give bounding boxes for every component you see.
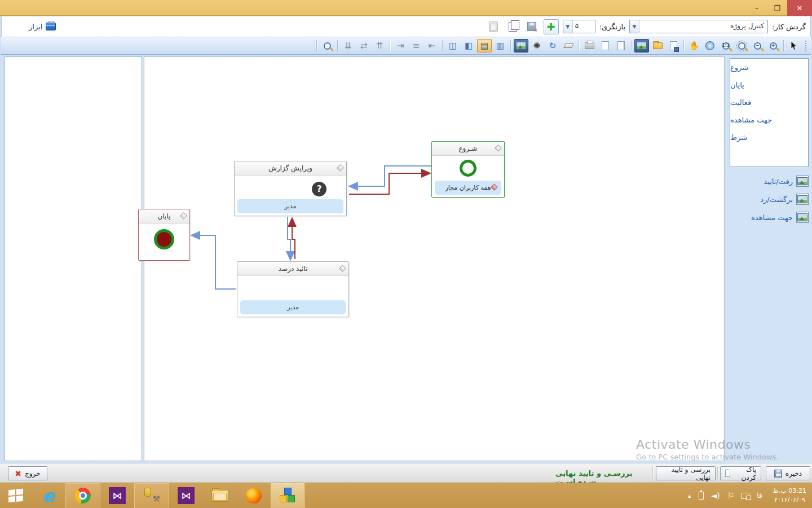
layout-horizontal-selected-icon[interactable]: ▤ xyxy=(477,39,492,52)
node-edit-report[interactable]: ویرایش گزارش ? مدیر xyxy=(234,161,347,216)
magnifier-icon xyxy=(324,42,331,50)
clipboard-icon xyxy=(489,21,498,32)
zoom-region-icon[interactable] xyxy=(734,39,749,52)
role-diamond-icon[interactable] xyxy=(491,183,498,191)
palette-item-go-confirm[interactable]: رفت/تایید xyxy=(726,172,812,190)
palette-item-end[interactable]: پایان xyxy=(730,76,808,94)
exit-button[interactable]: خروج ✖ xyxy=(8,466,47,480)
collapse-diamond-icon[interactable] xyxy=(339,265,346,272)
taskbar-item-visual-studio[interactable]: ⋈ xyxy=(100,483,134,508)
palette-item-return-reject[interactable]: برگشت/رد xyxy=(726,190,812,208)
action-center-flag-icon[interactable]: ⚐ xyxy=(727,491,735,500)
zoom-search-icon[interactable] xyxy=(320,39,334,52)
picture-button[interactable] xyxy=(796,176,809,187)
taskbar-item-firefox[interactable] xyxy=(237,483,271,508)
separator xyxy=(579,40,579,51)
taskbar-item-workflow-app[interactable] xyxy=(271,483,304,508)
taskbar-item-ie[interactable]: e xyxy=(32,483,65,508)
taskbar-item-visual-studio-2[interactable]: ⋈ xyxy=(169,483,203,508)
separator xyxy=(763,467,764,479)
taskbar-item-file-explorer[interactable] xyxy=(203,483,237,508)
export-image-icon[interactable] xyxy=(634,39,649,52)
restore-button[interactable]: ❐ xyxy=(767,0,787,16)
node-start-role[interactable]: همه کاربران مجاز xyxy=(435,181,501,195)
minimize-button[interactable]: – xyxy=(747,0,767,16)
save-button[interactable]: ذخیره xyxy=(766,466,810,480)
speaker-icon[interactable]: ◄) xyxy=(711,491,720,500)
size-to-top-icon[interactable]: ⇈ xyxy=(372,39,387,52)
plus-icon: ✚ xyxy=(547,21,555,33)
revision-combobox[interactable]: ۵ ▼ xyxy=(563,20,595,33)
node-confirm-percent[interactable]: تائید درصد مدیر xyxy=(237,261,349,317)
collapse-diamond-icon[interactable] xyxy=(180,212,187,220)
align-right-icon[interactable]: ⇥ xyxy=(393,39,408,52)
open-icon[interactable] xyxy=(650,39,665,52)
node-end[interactable]: پایان xyxy=(138,209,190,261)
start-button[interactable] xyxy=(0,483,32,508)
pan-icon[interactable]: ✋ xyxy=(687,39,701,52)
battery-icon[interactable] xyxy=(699,492,704,500)
node-end-header[interactable]: پایان xyxy=(139,209,189,224)
tools-menu[interactable]: ابزار xyxy=(6,23,56,31)
picture-button[interactable] xyxy=(796,194,809,205)
chevron-down-icon[interactable]: ▼ xyxy=(630,20,639,33)
palette-item-view-direction[interactable]: جهت مشاهده xyxy=(730,111,808,129)
page-preview-icon[interactable] xyxy=(598,39,612,52)
separator xyxy=(652,467,653,479)
node-confirm-percent-header[interactable]: تائید درصد xyxy=(237,262,348,276)
add-button[interactable]: ✚ xyxy=(544,19,559,34)
layout-horizontal-icon[interactable]: ▥ xyxy=(493,39,508,52)
size-to-width-icon[interactable]: ⇄ xyxy=(356,39,371,52)
diagram-canvas[interactable] xyxy=(144,56,725,461)
palette-item-start[interactable]: شروع xyxy=(730,59,808,76)
page-setup-icon[interactable] xyxy=(614,39,628,52)
palette-item-condition[interactable]: شرط xyxy=(730,129,808,146)
titlebar[interactable]: – ❐ ✕ xyxy=(0,0,812,16)
taskbar-item-sql-tools[interactable]: ⚒ xyxy=(134,483,169,508)
node-confirm-percent-role[interactable]: مدیر xyxy=(240,300,346,314)
toolbar-grip[interactable] xyxy=(805,40,807,51)
node-title: ویرایش گزارش xyxy=(268,164,312,172)
review-confirm-label: بررسی و تایید نهایی xyxy=(661,466,710,481)
align-left-icon[interactable]: ⇤ xyxy=(425,39,439,52)
tray-expand-icon[interactable]: ▴ xyxy=(688,492,691,500)
workflow-combobox[interactable]: کنترل پروژه ▼ xyxy=(629,20,768,33)
zoom-actual-icon[interactable]: 1:1 xyxy=(718,39,733,52)
language-indicator[interactable]: فا xyxy=(757,492,762,500)
node-start-header[interactable]: شـروع xyxy=(432,142,504,156)
copy-button[interactable] xyxy=(505,19,520,34)
clear-button[interactable]: پاک کردن xyxy=(720,466,761,480)
node-start[interactable]: شـروع همه کاربران مجاز xyxy=(431,141,505,198)
zoom-fit-icon[interactable]: ✛ xyxy=(703,39,717,52)
refresh-icon[interactable]: ↻ xyxy=(545,39,560,52)
chevron-down-icon[interactable]: ▼ xyxy=(563,20,573,33)
clock[interactable]: 03:21 ب.ظ ۲۰۱۶/۰۶/۰۹ xyxy=(770,487,806,505)
collapse-diamond-icon[interactable] xyxy=(337,164,344,172)
size-to-height-icon[interactable]: ⇊ xyxy=(341,39,355,52)
zoom-in-icon[interactable]: + xyxy=(766,39,780,52)
network-icon[interactable] xyxy=(742,493,749,499)
taskbar-item-chrome[interactable] xyxy=(65,483,100,508)
node-edit-report-header[interactable]: ویرایش گزارش xyxy=(235,161,346,176)
print-icon[interactable] xyxy=(582,39,597,52)
save-disabled-button[interactable] xyxy=(524,19,540,34)
select-cursor-icon[interactable] xyxy=(787,39,801,52)
palette-item-activity[interactable]: فعالیت xyxy=(730,94,808,111)
align-center-icon[interactable]: ≡ xyxy=(409,39,423,52)
palette-item-view-direction-link[interactable]: جهت مشاهده xyxy=(726,208,812,226)
zoom-out-icon[interactable]: − xyxy=(750,39,765,52)
collapse-diamond-icon[interactable] xyxy=(495,144,502,152)
effects-icon[interactable]: ✺ xyxy=(529,39,544,52)
save-page-icon[interactable] xyxy=(666,39,681,52)
review-confirm-button[interactable]: بررسی و تایید نهایی xyxy=(656,466,716,480)
separator xyxy=(390,40,390,51)
paste-button[interactable] xyxy=(486,19,501,34)
image-mode-icon[interactable] xyxy=(514,39,528,52)
layout-vertical-icon[interactable]: ◫ xyxy=(445,39,460,52)
role-label: همه کاربران مجاز xyxy=(445,184,491,191)
layout-vertical-alt-icon[interactable]: ◧ xyxy=(461,39,476,52)
node-edit-report-role[interactable]: مدیر xyxy=(237,199,343,213)
eraser-icon[interactable] xyxy=(561,39,576,52)
close-button[interactable]: ✕ xyxy=(787,0,812,16)
picture-button[interactable] xyxy=(796,212,809,223)
